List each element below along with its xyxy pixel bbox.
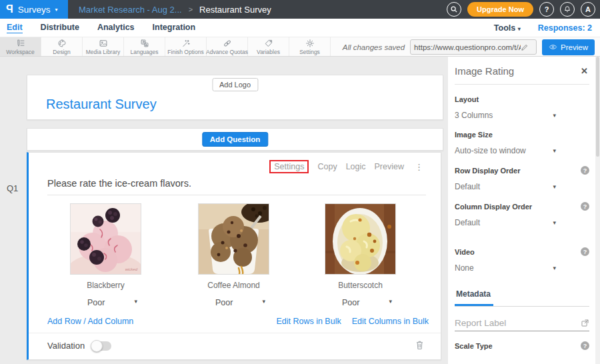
product-switcher[interactable]: P Surveys ▾ (0, 0, 68, 19)
rating-dropdown[interactable]: Poor ▾ (70, 298, 141, 307)
search-icon[interactable] (447, 2, 461, 17)
edit-url-pencil-icon[interactable] (521, 43, 529, 51)
image-label[interactable]: Blackberry (70, 281, 141, 290)
top-bar: P Surveys ▾ Market Research - Aug 2... >… (0, 0, 600, 19)
save-status-text: All changes saved (343, 43, 405, 51)
report-label-input[interactable] (455, 318, 565, 328)
breadcrumb: Market Research - Aug 2... > Restaurant … (79, 5, 271, 15)
help-icon[interactable]: ? (581, 247, 589, 256)
breadcrumb-separator-icon: > (189, 5, 193, 13)
responses-count-link[interactable]: Responses: 2 (538, 23, 592, 33)
toolbar-design-button[interactable]: Design (41, 37, 83, 56)
edit-rows-bulk-link[interactable]: Edit Rows in Bulk (276, 317, 341, 326)
preview-button[interactable]: Preview (542, 39, 595, 55)
question-copy-link[interactable]: Copy (317, 162, 337, 171)
row-display-order-dropdown[interactable]: Default ▾ (455, 182, 556, 191)
survey-title[interactable]: Restaurant Survey (46, 97, 157, 112)
field-video: Video ? None ▾ (455, 247, 589, 273)
design-palette-icon (57, 39, 67, 48)
tab-analytics[interactable]: Analytics (97, 23, 135, 33)
field-image-size: Image Size Auto-size to window ▾ (455, 131, 589, 155)
rating-dropdown[interactable]: Poor ▾ (325, 298, 396, 307)
butterscotch-image[interactable] (325, 203, 396, 275)
question-number-label: Q1 (7, 183, 18, 193)
report-label-row (455, 318, 589, 331)
upgrade-now-button[interactable]: Upgrade Now (467, 2, 533, 17)
breadcrumb-folder[interactable]: Market Research - Aug 2... (79, 5, 182, 15)
toggle-knob (91, 340, 103, 352)
toolbar-advance-quotas-button[interactable]: Advance Quotas (207, 37, 248, 56)
close-icon[interactable]: ✕ (581, 66, 588, 76)
toolbar-settings-button[interactable]: Settings (289, 37, 331, 56)
toolbar-languages-button[interactable]: Languages (124, 37, 165, 56)
tab-edit[interactable]: Edit (7, 23, 23, 33)
chevron-down-icon: ▾ (389, 298, 392, 307)
survey-url-input[interactable] (414, 43, 521, 51)
nav-right: Tools ▾ Responses: 2 (494, 23, 592, 33)
add-column-link[interactable]: Add Column (88, 317, 134, 326)
scale-type-label: Scale Type (455, 342, 493, 350)
chevron-down-icon: ▾ (134, 298, 137, 307)
question-text[interactable]: Please rate the ice-cream flavors. (47, 178, 426, 195)
workspace-icon (16, 39, 25, 48)
coffee-almond-image[interactable] (198, 203, 269, 275)
account-avatar[interactable]: A (581, 2, 595, 17)
question-settings-link[interactable]: Settings (269, 160, 309, 173)
help-icon[interactable]: ? (581, 202, 589, 211)
help-icon[interactable]: ? (581, 341, 589, 350)
tab-distribute[interactable]: Distribute (41, 23, 79, 33)
add-logo-button[interactable]: Add Logo (212, 78, 258, 91)
scrollbar-thumb[interactable] (596, 57, 599, 157)
image-size-dropdown[interactable]: Auto-size to window ▾ (455, 146, 556, 155)
survey-url-field[interactable] (410, 39, 537, 55)
chevron-down-icon: ▾ (553, 265, 556, 271)
video-dropdown[interactable]: None ▾ (455, 263, 556, 273)
nav-tabs: Edit Distribute Analytics Integration (7, 23, 195, 33)
variables-tag-icon (264, 39, 273, 48)
validation-label: Validation (47, 341, 85, 351)
panel-title: Image Rating (455, 65, 514, 77)
image-label[interactable]: Butterscotch (325, 281, 396, 290)
layout-dropdown[interactable]: 3 Columns ▾ (455, 111, 556, 120)
product-switcher-label: Surveys (18, 5, 51, 15)
column-display-order-dropdown[interactable]: Default ▾ (455, 218, 556, 227)
field-layout: Layout 3 Columns ▾ (455, 95, 589, 120)
validation-toggle[interactable] (91, 341, 111, 351)
add-row-column-links: Add Row / Add Column (47, 317, 133, 326)
help-icon[interactable]: ? (581, 166, 589, 175)
rating-column-butterscotch: Butterscotch Poor ▾ (325, 203, 396, 307)
media-library-icon (99, 39, 108, 48)
delete-question-trash-icon[interactable] (415, 339, 425, 353)
page-scrollbar[interactable] (595, 57, 600, 364)
blackberry-image[interactable]: wicked (70, 203, 141, 275)
notifications-bell-icon[interactable] (560, 2, 575, 17)
chevron-down-icon: ▾ (553, 112, 556, 119)
expand-icon[interactable] (581, 319, 589, 327)
question-more-menu-icon[interactable]: ⋮ (415, 162, 423, 172)
field-scale-type: Scale Type ? (455, 341, 589, 350)
question-logic-link[interactable]: Logic (346, 162, 366, 171)
chevron-down-icon: ▾ (262, 298, 265, 307)
edit-columns-bulk-link[interactable]: Edit Columns in Bulk (352, 317, 429, 326)
question-preview-link[interactable]: Preview (375, 162, 404, 171)
toolbar-workspace-button[interactable]: Workspace (0, 37, 41, 56)
tools-menu[interactable]: Tools ▾ (494, 23, 521, 33)
image-label[interactable]: Coffee Almond (198, 281, 269, 290)
questionpro-logo-icon: P (6, 3, 13, 15)
svg-text:wicked: wicked (125, 267, 138, 271)
tab-metadata[interactable]: Metadata (455, 289, 493, 306)
toolbar-finish-options-button[interactable]: Finish Options (165, 37, 207, 56)
question-settings-panel: Image Rating ✕ Layout 3 Columns ▾ Image … (448, 57, 600, 364)
toolbar-variables-button[interactable]: Variables (248, 37, 289, 56)
validation-row: Validation (47, 341, 111, 351)
help-icon[interactable]: ? (539, 2, 554, 17)
rating-column-coffee-almond: Coffee Almond Poor ▾ (198, 203, 269, 307)
add-question-card: Add Question (27, 128, 443, 151)
settings-gear-icon (305, 39, 315, 48)
editor-toolbar: Workspace Design Media Library Languages… (0, 37, 600, 57)
rating-dropdown[interactable]: Poor ▾ (198, 298, 269, 307)
add-question-button[interactable]: Add Question (202, 132, 268, 147)
add-row-link[interactable]: Add Row (47, 317, 81, 326)
toolbar-media-library-button[interactable]: Media Library (83, 37, 124, 56)
tab-integration[interactable]: Integration (153, 23, 196, 33)
